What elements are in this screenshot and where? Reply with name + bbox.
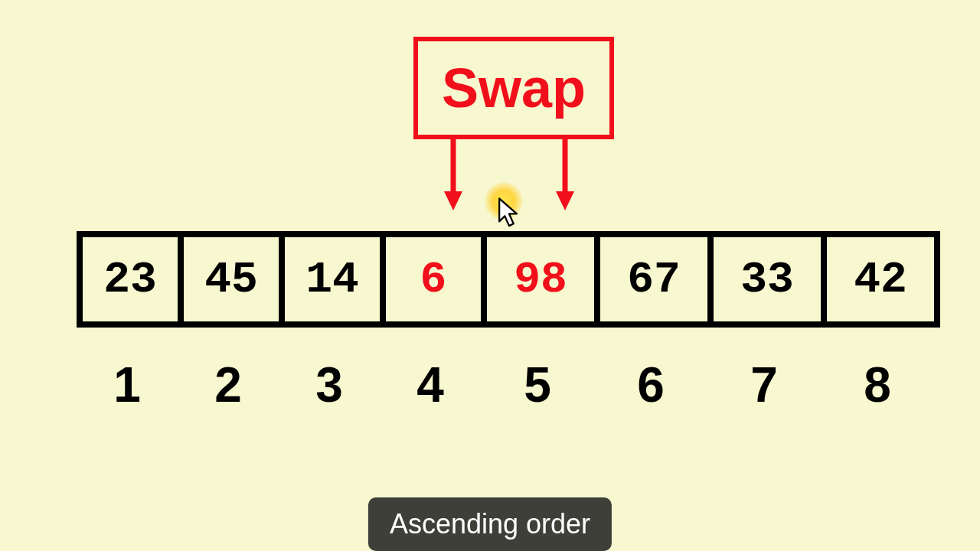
array-cell: 14 (285, 237, 386, 321)
index-label: 1 (77, 350, 178, 419)
array-cell: 67 (600, 237, 714, 321)
array-cell: 42 (827, 237, 934, 321)
index-label: 7 (707, 350, 821, 419)
index-label: 5 (481, 350, 594, 419)
cursor-icon (496, 197, 522, 228)
index-label: 8 (821, 350, 934, 419)
array-cell: 98 (487, 237, 600, 321)
index-row: 1 2 3 4 5 6 7 8 (77, 350, 934, 419)
cell-value: 14 (305, 255, 359, 305)
cell-value: 23 (103, 255, 157, 305)
caption-text: Ascending order (390, 508, 590, 540)
array-cell: 6 (386, 237, 487, 321)
swap-label-box: Swap (413, 37, 614, 139)
array-row: 23 45 14 6 98 67 33 42 (77, 231, 940, 328)
array-cell: 33 (714, 237, 827, 321)
svg-marker-1 (444, 191, 462, 210)
svg-marker-3 (556, 191, 574, 210)
click-highlight-icon (485, 182, 523, 220)
cell-value: 45 (204, 255, 258, 305)
array-cell: 23 (83, 237, 184, 321)
cell-value: 6 (420, 255, 447, 305)
caption-box: Ascending order (368, 497, 612, 551)
index-label: 4 (380, 350, 481, 419)
swap-label: Swap (442, 57, 586, 119)
cell-value: 33 (740, 255, 794, 305)
index-label: 6 (594, 350, 707, 419)
index-label: 2 (178, 350, 279, 419)
index-label: 3 (279, 350, 380, 419)
array-cell: 45 (184, 237, 285, 321)
cell-value: 42 (854, 255, 907, 305)
cell-value: 67 (627, 255, 681, 305)
cell-value: 98 (514, 255, 567, 305)
